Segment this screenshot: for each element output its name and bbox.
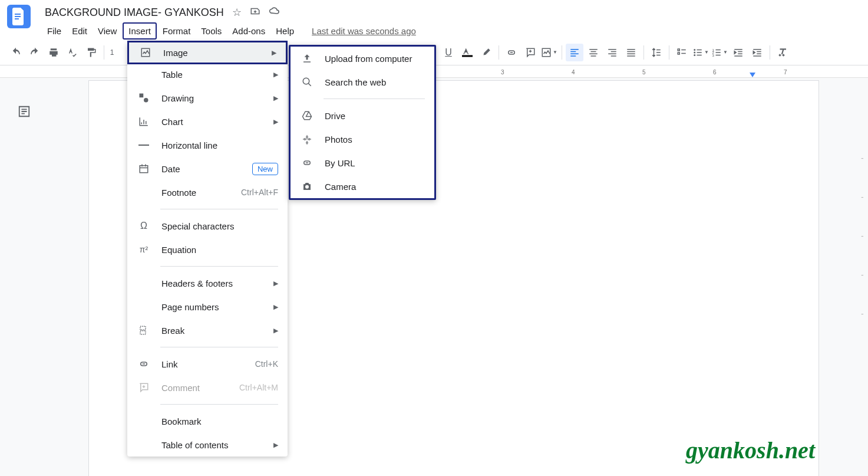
document-title[interactable]: BACKGROUND IMAGE- GYANKOSH [42, 6, 224, 19]
new-badge: New [252, 163, 278, 175]
pi-icon: π² [137, 245, 151, 254]
drawing-icon [137, 93, 151, 103]
spellcheck-button[interactable] [64, 44, 81, 61]
menu-break[interactable]: Break ▶ [127, 319, 288, 342]
indent-decrease-button[interactable] [730, 44, 747, 61]
undo-button[interactable] [7, 44, 25, 61]
menu-toc[interactable]: Table of contents ▶ [127, 433, 288, 457]
image-submenu: Upload from computer Search the web Driv… [289, 45, 436, 200]
chevron-right-icon: ▶ [272, 49, 276, 57]
comment-button[interactable] [522, 44, 539, 61]
menu-view[interactable]: View [93, 24, 121, 38]
menu-file[interactable]: File [42, 24, 66, 38]
menu-image[interactable]: Image ▶ [127, 41, 288, 64]
last-edit-link[interactable]: Last edit was seconds ago [312, 26, 416, 36]
break-icon [137, 325, 151, 336]
image-icon [138, 47, 153, 58]
redo-button[interactable] [26, 44, 44, 61]
align-justify-button[interactable] [622, 44, 640, 61]
submenu-photos[interactable]: Photos [291, 127, 434, 151]
svg-point-10 [303, 78, 309, 84]
indent-increase-button[interactable] [748, 44, 766, 61]
menu-footnote[interactable]: Footnote Ctrl+Alt+F [127, 180, 288, 204]
menu-format[interactable]: Format [158, 24, 196, 38]
svg-rect-0 [462, 55, 473, 57]
menu-tools[interactable]: Tools [196, 24, 226, 38]
menu-special-chars[interactable]: Ω Special characters [127, 214, 288, 238]
submenu-url[interactable]: By URL [291, 151, 434, 175]
highlight-button[interactable] [477, 44, 495, 61]
svg-rect-7 [140, 94, 144, 98]
chart-icon [137, 116, 151, 127]
svg-point-3 [694, 54, 695, 56]
menu-headers-footers[interactable]: Headers & footers ▶ [127, 271, 288, 295]
svg-text:1: 1 [712, 48, 715, 51]
align-center-button[interactable] [585, 44, 602, 61]
checklist-button[interactable] [673, 44, 691, 61]
align-right-button[interactable] [603, 44, 621, 61]
menu-date[interactable]: Date New [127, 157, 288, 180]
image-button[interactable]: ▼ [540, 44, 558, 61]
numbered-list-button[interactable]: 123▼ [711, 44, 728, 61]
menu-horizontal-line[interactable]: Horizontal line [127, 133, 288, 157]
outline-icon[interactable] [18, 105, 31, 120]
star-icon[interactable]: ☆ [232, 6, 242, 19]
menu-help[interactable]: Help [271, 24, 299, 38]
link-icon [300, 157, 314, 168]
align-left-button[interactable] [566, 44, 583, 61]
submenu-drive[interactable]: Drive [291, 104, 434, 127]
menu-page-numbers[interactable]: Page numbers ▶ [127, 295, 288, 319]
photos-icon [300, 134, 314, 145]
omega-icon: Ω [137, 221, 151, 231]
menu-addons[interactable]: Add-ons [227, 24, 270, 38]
svg-text:3: 3 [712, 53, 715, 57]
calendar-icon [137, 163, 151, 174]
submenu-search-web[interactable]: Search the web [291, 70, 434, 94]
submenu-camera[interactable]: Camera [291, 175, 434, 198]
docs-logo[interactable] [7, 5, 31, 28]
insert-menu: Image ▶ Table ▶ Drawing ▶ Chart ▶ Horizo… [127, 42, 288, 457]
link-button[interactable] [503, 44, 520, 61]
watermark: gyankosh.net [686, 436, 815, 464]
menu-table[interactable]: Table ▶ [127, 63, 288, 86]
drive-icon [300, 110, 314, 121]
upload-icon [300, 53, 314, 64]
svg-point-2 [694, 51, 695, 53]
bullet-list-button[interactable]: ▼ [692, 44, 709, 61]
print-button[interactable] [45, 44, 62, 61]
vertical-ruler-marks: ----- [861, 71, 867, 307]
underline-button[interactable]: U [440, 44, 457, 61]
menu-comment[interactable]: Comment Ctrl+Alt+M [127, 376, 288, 399]
ruler-marker[interactable] [750, 73, 755, 77]
menubar: File Edit View Insert Format Tools Add-o… [42, 22, 416, 40]
svg-point-8 [144, 98, 148, 103]
menu-bookmark[interactable]: Bookmark [127, 409, 288, 433]
search-icon [300, 77, 314, 87]
hline-icon [137, 144, 151, 146]
comment-icon [137, 382, 151, 393]
menu-equation[interactable]: π² Equation [127, 238, 288, 261]
line-spacing-button[interactable] [648, 44, 665, 61]
svg-line-11 [308, 83, 311, 86]
menu-link[interactable]: Link Ctrl+K [127, 352, 288, 376]
svg-text:2: 2 [712, 51, 715, 54]
link-icon [137, 359, 151, 369]
menu-insert[interactable]: Insert [123, 22, 157, 40]
submenu-upload[interactable]: Upload from computer [291, 47, 434, 70]
text-color-button[interactable] [458, 44, 476, 61]
camera-icon [300, 181, 314, 192]
menu-chart[interactable]: Chart ▶ [127, 110, 288, 133]
paint-format-button[interactable] [82, 44, 100, 61]
menu-drawing[interactable]: Drawing ▶ [127, 86, 288, 110]
menu-edit[interactable]: Edit [67, 24, 92, 38]
cloud-icon[interactable] [269, 6, 280, 19]
svg-point-1 [694, 49, 695, 51]
move-icon[interactable] [250, 6, 260, 19]
clear-format-button[interactable] [774, 44, 791, 61]
